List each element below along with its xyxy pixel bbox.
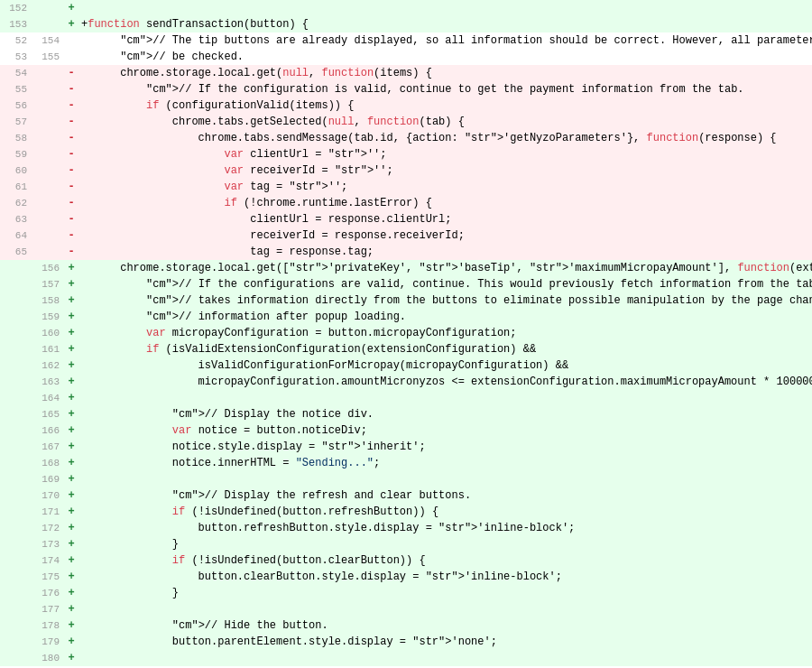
line-number-old: 61: [0, 179, 32, 195]
code-line: 55- "cm">// If the configuration is vali…: [0, 81, 812, 97]
code-line: 171+ if (!isUndefined(button.refreshButt…: [0, 504, 812, 520]
line-number-new: 178: [32, 617, 65, 634]
line-number-old: 53: [0, 49, 32, 65]
diff-marker: [65, 49, 78, 65]
line-number-new: 158: [32, 292, 65, 309]
line-content: button.clearButton.style.display = "str"…: [78, 569, 812, 585]
diff-marker: +: [65, 0, 78, 16]
line-content: "cm">// If the configuration is valid, c…: [78, 81, 812, 97]
line-number-new: 157: [32, 276, 65, 292]
line-number-new: 169: [32, 471, 65, 487]
line-number-old: 152: [0, 0, 32, 16]
line-content: "cm">// Display the notice div.: [78, 406, 812, 422]
line-content: notice.style.display = "str">'inherit';: [78, 439, 812, 455]
line-number-new: 171: [32, 504, 65, 520]
line-content: notice.innerHTML = "Sending...";: [78, 455, 812, 471]
code-line: 156+ chrome.storage.local.get(["str">'pr…: [0, 260, 812, 276]
diff-marker: -: [65, 130, 78, 146]
code-line: 180+: [0, 650, 812, 666]
line-number-new: 173: [32, 536, 65, 552]
line-content: if (configurationValid(items)) {: [78, 97, 812, 114]
diff-marker: -: [65, 179, 78, 195]
diff-marker: +: [65, 487, 78, 504]
diff-marker: +: [65, 276, 78, 292]
code-line: 161+ if (isValidExtensionConfiguration(e…: [0, 341, 812, 357]
code-line: 175+ button.clearButton.style.display = …: [0, 569, 812, 585]
line-number-old: 55: [0, 81, 32, 97]
code-line: 174+ if (!isUndefined(button.clearButton…: [0, 552, 812, 569]
line-number-new: 177: [32, 601, 65, 617]
code-line: 166+ var notice = button.noticeDiv;: [0, 422, 812, 439]
code-line: 64- receiverId = response.receiverId;: [0, 227, 812, 244]
line-content: if (!isUndefined(button.clearButton)) {: [78, 552, 812, 569]
line-number-old: 65: [0, 244, 32, 260]
line-content: "cm">// takes information directly from …: [78, 292, 812, 309]
code-line: 59- var clientUrl = "str">'';: [0, 146, 812, 162]
line-content: if (!chrome.runtime.lastError) {: [78, 195, 812, 211]
line-content: clientUrl = response.clientUrl;: [78, 211, 812, 227]
diff-marker: +: [65, 357, 78, 374]
diff-marker: +: [65, 569, 78, 585]
line-content: receiverId = response.receiverId;: [78, 227, 812, 244]
line-number-new: 161: [32, 341, 65, 357]
line-content: if (isValidExtensionConfiguration(extens…: [78, 341, 812, 357]
diff-marker: -: [65, 114, 78, 130]
diff-marker: +: [65, 552, 78, 569]
code-line: 159+ "cm">// information after popup loa…: [0, 309, 812, 325]
code-line: 61- var tag = "str">'';: [0, 179, 812, 195]
line-number-new: 175: [32, 569, 65, 585]
diff-marker: -: [65, 65, 78, 81]
line-content: "cm">// Hide the button.: [78, 617, 812, 634]
diff-marker: +: [65, 292, 78, 309]
line-number-new: 179: [32, 634, 65, 650]
line-content: "cm">// Display the refresh and clear bu…: [78, 487, 812, 504]
line-content: button.refreshButton.style.display = "st…: [78, 520, 812, 536]
line-number-new: 174: [32, 552, 65, 569]
code-line: 164+: [0, 390, 812, 406]
line-number-old: 62: [0, 195, 32, 211]
diff-marker: +: [65, 585, 78, 601]
line-number-old: 57: [0, 114, 32, 130]
line-number-old: 63: [0, 211, 32, 227]
diff-marker: +: [65, 617, 78, 634]
line-number-old: 56: [0, 97, 32, 114]
diff-marker: +: [65, 650, 78, 666]
code-line: 60- var receiverId = "str">'';: [0, 162, 812, 179]
line-number-new: 156: [32, 260, 65, 276]
code-line: 158+ "cm">// takes information directly …: [0, 292, 812, 309]
line-content: var tag = "str">'';: [78, 179, 812, 195]
line-number-new: 167: [32, 439, 65, 455]
code-line: 63- clientUrl = response.clientUrl;: [0, 211, 812, 227]
code-line: 172+ button.refreshButton.style.display …: [0, 520, 812, 536]
line-number-new: 168: [32, 455, 65, 471]
diff-marker: -: [65, 244, 78, 260]
diff-marker: +: [65, 422, 78, 439]
line-number-old: 52: [0, 32, 32, 49]
diff-marker: +: [65, 341, 78, 357]
diff-marker: +: [65, 406, 78, 422]
line-number-new: 159: [32, 309, 65, 325]
diff-marker: +: [65, 536, 78, 552]
diff-marker: +: [65, 390, 78, 406]
line-number-new: 155: [32, 49, 65, 65]
line-content: chrome.tabs.getSelected(null, function(t…: [78, 114, 812, 130]
code-line: 163+ micropayConfiguration.amountMicrony…: [0, 374, 812, 390]
diff-marker: +: [65, 471, 78, 487]
diff-marker: -: [65, 146, 78, 162]
line-content: "cm">// information after popup loading.: [78, 309, 812, 325]
code-line: 54- chrome.storage.local.get(null, funct…: [0, 65, 812, 81]
code-line: 58- chrome.tabs.sendMessage(tab.id, {act…: [0, 130, 812, 146]
line-number-new: 164: [32, 390, 65, 406]
diff-marker: +: [65, 601, 78, 617]
code-line: 57- chrome.tabs.getSelected(null, functi…: [0, 114, 812, 130]
diff-marker: +: [65, 16, 78, 32]
diff-marker: -: [65, 162, 78, 179]
diff-marker: +: [65, 634, 78, 650]
diff-marker: +: [65, 309, 78, 325]
code-line: 176+ }: [0, 585, 812, 601]
line-content: var micropayConfiguration = button.micro…: [78, 325, 812, 341]
code-line: 165+ "cm">// Display the notice div.: [0, 406, 812, 422]
diff-marker: +: [65, 504, 78, 520]
diff-marker: -: [65, 81, 78, 97]
code-line: 53155 "cm">// be checked.: [0, 49, 812, 65]
